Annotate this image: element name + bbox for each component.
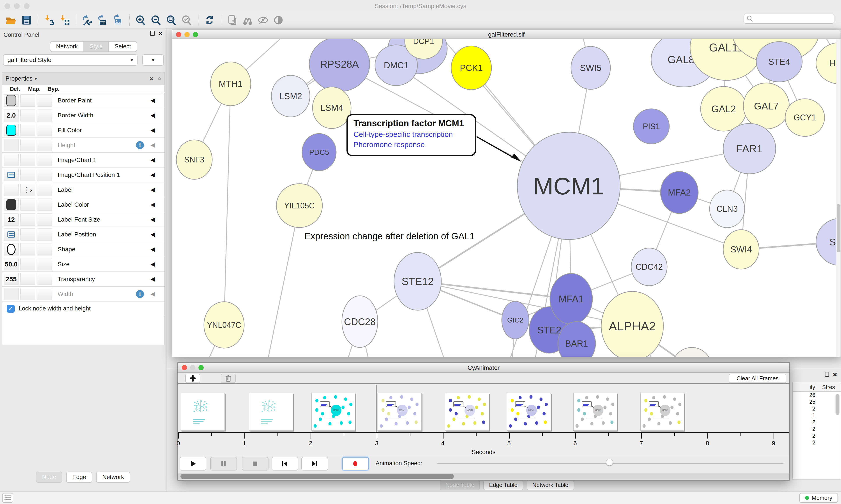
default-value-cell[interactable] <box>4 169 19 181</box>
record-button[interactable] <box>342 457 369 470</box>
default-value-cell[interactable] <box>4 199 19 211</box>
play-button[interactable] <box>180 457 206 470</box>
bypass-cell[interactable] <box>37 124 52 137</box>
cyanimator-horizontal-scrollbar[interactable] <box>178 473 789 480</box>
search-input[interactable] <box>755 15 834 22</box>
zoom-out-icon[interactable] <box>150 14 162 26</box>
property-row-image-chart-1[interactable]: Image/Chart 1◀ <box>2 152 164 167</box>
network-node-cdc28[interactable]: CDC28 <box>342 296 378 347</box>
timeline-frame-3[interactable]: MCM1 <box>311 393 355 431</box>
timeline-frame-5[interactable]: MCM1 <box>445 393 489 431</box>
network-node-gal2[interactable]: GAL2 <box>701 87 747 131</box>
zoom-in-icon[interactable] <box>135 14 147 26</box>
timeline-frame-7[interactable]: MCM1 <box>573 393 618 431</box>
network-node-pis1[interactable]: PIS1 <box>633 109 669 144</box>
timeline-frame-4[interactable]: MCM1 <box>378 393 422 431</box>
network-node-gcy1[interactable]: GCY1 <box>785 99 825 137</box>
network-node-mfa1[interactable]: MFA1 <box>550 273 592 324</box>
default-value-cell[interactable]: 2.0 <box>4 109 19 122</box>
property-row-transparency[interactable]: 255Transparency◀ <box>2 272 164 287</box>
expand-row-icon[interactable]: ◀ <box>150 276 155 283</box>
property-row-label[interactable]: ⋮›Label◀ <box>2 182 164 197</box>
expand-row-icon[interactable]: ◀ <box>150 157 155 163</box>
table-row[interactable]: 2 <box>793 433 841 439</box>
annotation-link[interactable]: Cell-type-specific transcription <box>354 130 469 139</box>
network-canvas[interactable]: RPS28ADMC1DCP1MTH1LSM2LSM4PCK1SWI5GAL80G… <box>172 39 841 357</box>
lock-node-size-checkbox[interactable]: ✓ <box>7 305 15 313</box>
property-row-fill-color[interactable]: Fill Color◀ <box>2 123 164 138</box>
expand-row-icon[interactable]: ◀ <box>150 216 155 223</box>
expand-row-icon[interactable]: ◀ <box>150 186 155 193</box>
tab-network-table[interactable]: Network Table <box>527 480 574 490</box>
table-row[interactable]: 2 <box>793 426 841 433</box>
export-image-icon[interactable] <box>112 14 124 26</box>
table-row[interactable]: 25 <box>793 399 841 406</box>
tab-network-style[interactable]: Network <box>96 472 130 483</box>
zoom-selected-icon[interactable] <box>180 14 193 26</box>
network-node-lsm4[interactable]: LSM4 <box>312 87 351 128</box>
tab-node-table[interactable]: Node Table <box>440 480 480 490</box>
default-value-cell[interactable] <box>4 228 19 240</box>
expand-row-icon[interactable]: ◀ <box>150 261 155 268</box>
table-row[interactable]: 2 <box>793 419 841 426</box>
export-table-icon[interactable] <box>96 14 109 26</box>
timeline-frame-2[interactable] <box>249 393 293 431</box>
copy-icon[interactable] <box>226 14 239 26</box>
memory-button[interactable]: Memory <box>799 493 838 503</box>
tab-network[interactable]: Network <box>50 41 84 51</box>
network-node-far1[interactable]: FAR1 <box>723 124 776 174</box>
collapse-all-icon[interactable]: » <box>156 77 163 80</box>
expand-row-icon[interactable]: ◀ <box>150 112 155 119</box>
refresh-icon[interactable] <box>203 14 216 26</box>
timeline-frame-6[interactable]: MCM1 <box>507 393 551 431</box>
network-node-pck1[interactable]: PCK1 <box>451 46 491 90</box>
mapping-cell[interactable] <box>20 139 35 151</box>
default-value-cell[interactable] <box>4 184 19 196</box>
bypass-cell[interactable] <box>37 139 52 151</box>
bypass-cell[interactable] <box>37 94 52 107</box>
table-column-header[interactable]: Stres <box>816 382 841 392</box>
network-window-titlebar[interactable]: galFiltered.sif <box>172 30 841 39</box>
network-node-pdc5[interactable]: PDC5 <box>302 133 336 171</box>
bypass-cell[interactable] <box>37 273 52 285</box>
table-row[interactable]: 2 <box>793 406 841 412</box>
mapping-cell[interactable] <box>20 273 35 285</box>
bypass-cell[interactable] <box>37 243 52 255</box>
skip-start-button[interactable] <box>272 457 298 470</box>
cyanimator-timeline[interactable]: MCM1MCM1MCM1MCM1MCM1MCM1 0123456789 Seco… <box>178 385 789 456</box>
network-node-swi5[interactable]: SWI5 <box>571 47 610 89</box>
default-value-cell[interactable] <box>4 94 19 107</box>
timeline-frame-1[interactable] <box>181 393 225 431</box>
export-network-icon[interactable] <box>81 14 94 26</box>
default-value-cell[interactable] <box>4 243 19 255</box>
expand-row-icon[interactable]: ◀ <box>150 201 155 208</box>
mapping-cell[interactable] <box>20 154 35 166</box>
default-value-cell[interactable]: 12 <box>4 214 19 226</box>
open-icon[interactable] <box>5 14 18 26</box>
search-network-icon[interactable] <box>241 14 254 26</box>
close-panel-icon[interactable]: × <box>833 372 837 377</box>
contrast-icon[interactable] <box>272 14 285 26</box>
network-node-cdc42[interactable]: CDC42 <box>631 248 667 286</box>
close-panel-icon[interactable]: × <box>158 31 162 36</box>
expand-row-icon[interactable]: ◀ <box>150 127 155 133</box>
property-row-label-font-size[interactable]: 12Label Font Size◀ <box>2 212 164 227</box>
timeline-frame-8[interactable]: MCM1 <box>640 393 684 431</box>
tab-edge[interactable]: Edge <box>66 472 92 483</box>
bypass-cell[interactable] <box>37 169 52 181</box>
hide-icon[interactable] <box>257 14 269 26</box>
bypass-cell[interactable] <box>37 228 52 240</box>
network-node-gic2[interactable]: GIC2 <box>502 301 529 339</box>
bypass-cell[interactable] <box>37 258 52 270</box>
expand-row-icon[interactable]: ◀ <box>150 290 155 297</box>
mapping-cell[interactable] <box>20 124 35 137</box>
network-node-tub1[interactable]: TUB1 <box>672 347 712 357</box>
pause-button[interactable] <box>210 457 237 470</box>
tab-select[interactable]: Select <box>109 41 137 51</box>
save-icon[interactable] <box>20 14 33 26</box>
mapping-cell[interactable] <box>20 94 35 107</box>
tab-style[interactable]: Style <box>84 41 109 51</box>
expand-row-icon[interactable]: ◀ <box>150 142 155 148</box>
property-row-border-paint[interactable]: Border Paint◀ <box>2 93 164 108</box>
delete-frame-button[interactable] <box>221 374 236 383</box>
